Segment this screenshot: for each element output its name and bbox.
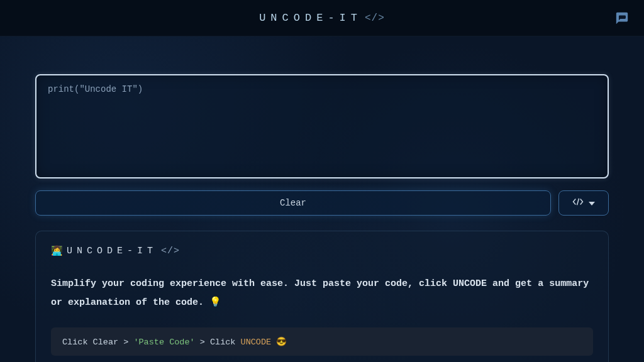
mode-dropdown[interactable] [558,190,609,216]
controls-row: Clear [35,190,609,216]
clear-button[interactable]: Clear [35,190,551,216]
code-input[interactable] [35,74,609,178]
chat-icon[interactable] [615,11,629,28]
coder-emoji-icon: 👩‍💻 [51,245,63,257]
svg-marker-1 [589,202,595,206]
app-header: UNCODE-IT</> [0,0,644,36]
chevron-down-icon [589,197,595,209]
info-title-text: UNCODE-IT [67,246,157,256]
logo-bracket-icon: </> [365,13,385,24]
info-description: Simplify your coding experience with eas… [51,275,593,312]
instruction-uncode: UNCODE [241,337,272,347]
app-logo: UNCODE-IT</> [259,12,385,24]
instruction-part2: > Click [195,337,241,347]
instruction-part3: 😎 [271,337,287,347]
info-title-bracket-icon: </> [161,246,180,256]
main-content: Clear 👩‍💻 UNCODE-IT </> Simplify your co… [0,36,644,362]
info-title: 👩‍💻 UNCODE-IT </> [51,245,593,257]
svg-line-0 [577,198,579,205]
instruction-bar: Click Clear > 'Paste Code' > Click UNCOD… [51,327,593,356]
logo-text: UNCODE-IT [259,12,362,24]
instruction-paste: 'Paste Code' [133,337,194,347]
instruction-part1: Click Clear > [62,337,133,347]
code-bracket-icon [572,197,584,209]
info-card: 👩‍💻 UNCODE-IT </> Simplify your coding e… [35,231,609,362]
